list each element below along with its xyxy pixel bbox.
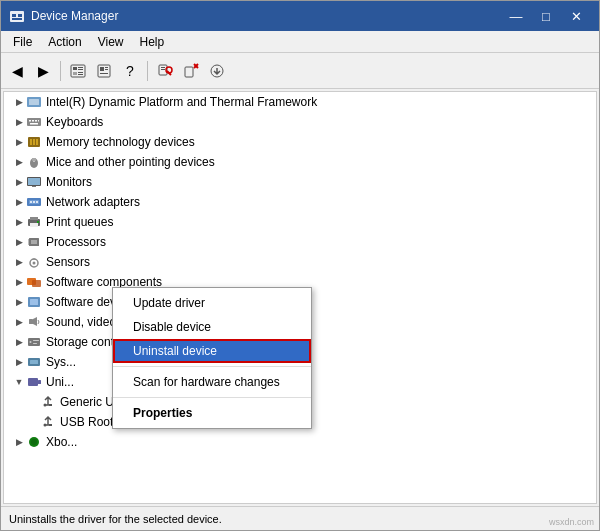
expand-arrow: ▶ xyxy=(12,435,26,449)
svg-point-65 xyxy=(30,341,32,343)
forward-button[interactable]: ▶ xyxy=(31,59,55,83)
svg-rect-33 xyxy=(30,139,32,145)
scan-button[interactable] xyxy=(153,59,177,83)
maximize-button[interactable]: □ xyxy=(531,1,561,31)
tree-icon-uni xyxy=(26,374,42,390)
ctx-update-driver[interactable]: Update driver xyxy=(113,291,311,315)
svg-point-57 xyxy=(33,262,36,265)
expand-arrow: ▶ xyxy=(12,355,26,369)
svg-point-50 xyxy=(37,221,39,223)
svg-rect-49 xyxy=(30,223,38,227)
device-tree[interactable]: ▶ Intel(R) Dynamic Platform and Thermal … xyxy=(3,91,597,504)
menu-help[interactable]: Help xyxy=(132,31,173,52)
tree-icon-keyboards xyxy=(26,114,42,130)
minimize-button[interactable]: — xyxy=(501,1,531,31)
tree-icon-generic-usb xyxy=(40,394,56,410)
tree-item-processors[interactable]: ▶ Processors xyxy=(4,232,596,252)
tree-icon-monitors xyxy=(26,174,42,190)
tree-item-intel[interactable]: ▶ Intel(R) Dynamic Platform and Thermal … xyxy=(4,92,596,112)
expand-arrow: ▶ xyxy=(12,215,26,229)
svg-rect-17 xyxy=(161,67,165,68)
tree-icon-usb-root xyxy=(40,414,56,430)
download-button[interactable] xyxy=(205,59,229,83)
menu-file[interactable]: File xyxy=(5,31,40,52)
uninstall-button[interactable] xyxy=(179,59,203,83)
tree-label-intel: Intel(R) Dynamic Platform and Thermal Fr… xyxy=(46,95,317,109)
tree-label-xbox: Xbo... xyxy=(46,435,77,449)
expand-arrow: ▶ xyxy=(12,275,26,289)
tree-item-sensors[interactable]: ▶ Sensors xyxy=(4,252,596,272)
svg-rect-27 xyxy=(29,120,31,122)
svg-rect-15 xyxy=(105,69,108,70)
svg-rect-35 xyxy=(36,139,38,145)
status-text: Uninstalls the driver for the selected d… xyxy=(9,513,222,525)
show-list-button[interactable] xyxy=(66,59,90,83)
menu-bar: File Action View Help xyxy=(1,31,599,53)
tree-item-xbox[interactable]: ▶ Xbo... xyxy=(4,432,596,452)
svg-rect-4 xyxy=(71,65,85,77)
ctx-disable-device[interactable]: Disable device xyxy=(113,315,311,339)
svg-rect-66 xyxy=(33,340,39,341)
window-controls: — □ ✕ xyxy=(501,1,591,31)
svg-rect-67 xyxy=(33,343,37,344)
svg-rect-38 xyxy=(32,158,36,161)
svg-rect-2 xyxy=(18,14,22,17)
ctx-properties[interactable]: Properties xyxy=(113,401,311,425)
context-menu: Update driver Disable device Uninstall d… xyxy=(112,287,312,429)
tree-icon-print xyxy=(26,214,42,230)
expand-arrow: ▶ xyxy=(12,155,26,169)
ctx-uninstall-device[interactable]: Uninstall device xyxy=(113,339,311,363)
tree-item-keyboards[interactable]: ▶ Keyboards xyxy=(4,112,596,132)
window-icon xyxy=(9,8,25,24)
close-button[interactable]: ✕ xyxy=(561,1,591,31)
tree-item-memory[interactable]: ▶ Memory technology devices xyxy=(4,132,596,152)
tree-icon-intel xyxy=(26,94,42,110)
expand-arrow: ▶ xyxy=(12,255,26,269)
ctx-scan-hardware[interactable]: Scan for hardware changes xyxy=(113,370,311,394)
tree-item-print[interactable]: ▶ Print queues xyxy=(4,212,596,232)
expand-arrow: ▶ xyxy=(12,175,26,189)
svg-rect-3 xyxy=(12,18,22,20)
help-button[interactable]: ? xyxy=(118,59,142,83)
tree-icon-sensors xyxy=(26,254,42,270)
svg-rect-70 xyxy=(28,378,38,386)
svg-rect-69 xyxy=(30,360,38,364)
tree-label-keyboards: Keyboards xyxy=(46,115,103,129)
window-title: Device Manager xyxy=(31,9,501,23)
tree-icon-mice xyxy=(26,154,42,170)
expand-arrow: ▶ xyxy=(12,115,26,129)
tree-icon-software-components xyxy=(26,274,42,290)
svg-rect-28 xyxy=(32,120,34,122)
title-bar: Device Manager — □ ✕ xyxy=(1,1,599,31)
toolbar: ◀ ▶ ? xyxy=(1,53,599,89)
svg-rect-9 xyxy=(78,72,83,73)
tree-item-network[interactable]: ▶ Network adapters xyxy=(4,192,596,212)
svg-rect-10 xyxy=(78,74,83,75)
svg-rect-8 xyxy=(73,72,77,75)
svg-rect-34 xyxy=(33,139,35,145)
tree-label-sensors: Sensors xyxy=(46,255,90,269)
svg-rect-13 xyxy=(100,73,108,74)
expand-arrow: ▶ xyxy=(12,315,26,329)
tree-icon-memory xyxy=(26,134,42,150)
svg-point-44 xyxy=(30,201,32,203)
svg-rect-60 xyxy=(32,280,41,287)
svg-rect-29 xyxy=(35,120,37,122)
tree-label-uni: Uni... xyxy=(46,375,74,389)
tree-item-mice[interactable]: ▶ Mice and other pointing devices xyxy=(4,152,596,172)
tree-item-monitors[interactable]: ▶ Monitors xyxy=(4,172,596,192)
menu-action[interactable]: Action xyxy=(40,31,89,52)
svg-rect-40 xyxy=(28,178,40,185)
svg-rect-1 xyxy=(12,14,16,17)
menu-view[interactable]: View xyxy=(90,31,132,52)
tree-icon-sys xyxy=(26,354,42,370)
svg-rect-41 xyxy=(32,186,36,187)
device-manager-window: Device Manager — □ ✕ File Action View He… xyxy=(0,0,600,531)
toolbar-separator-2 xyxy=(147,61,148,81)
svg-point-74 xyxy=(44,424,47,427)
svg-rect-52 xyxy=(31,240,37,244)
properties-button[interactable] xyxy=(92,59,116,83)
ctx-separator xyxy=(113,366,311,367)
back-button[interactable]: ◀ xyxy=(5,59,29,83)
svg-rect-73 xyxy=(49,404,52,406)
